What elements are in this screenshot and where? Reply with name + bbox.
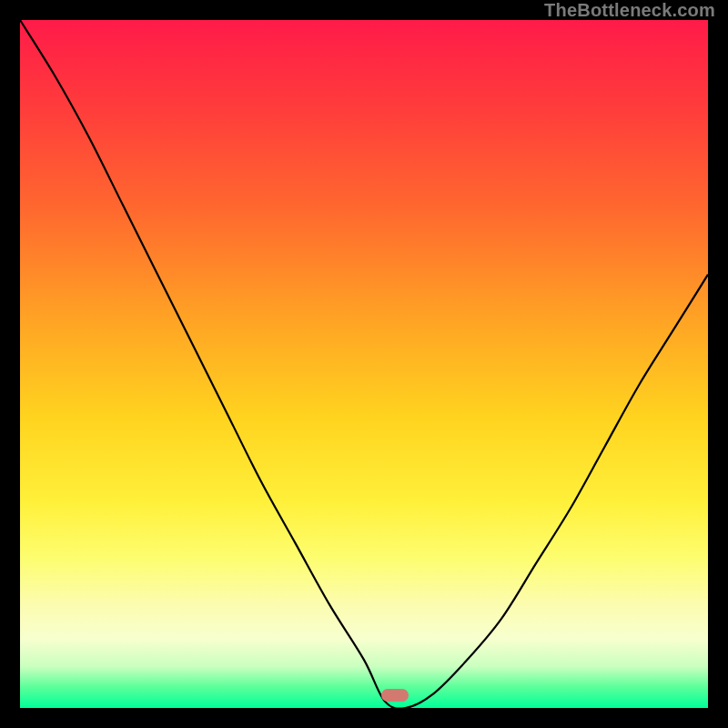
curve-path bbox=[20, 20, 708, 708]
bottleneck-curve bbox=[20, 20, 708, 708]
watermark-text: TheBottleneck.com bbox=[544, 0, 715, 21]
bottleneck-gradient-plot bbox=[20, 20, 708, 708]
bottleneck-optimum-marker bbox=[381, 689, 409, 702]
chart-frame: TheBottleneck.com bbox=[0, 0, 728, 728]
